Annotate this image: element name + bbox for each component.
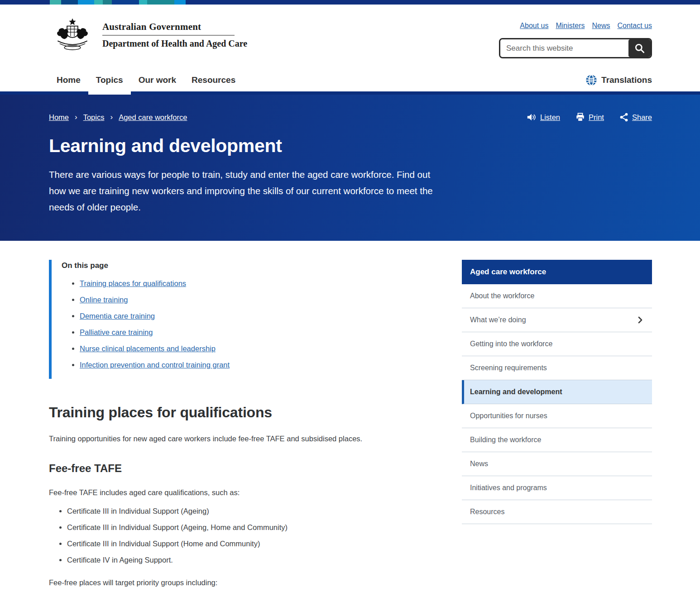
content-column: On this page Training places for qualifi… [49,241,411,592]
on-this-page-item: Dementia care training [80,311,411,321]
sidebar-column: Aged care workforce About the workforce … [462,241,652,524]
sidebar-item[interactable]: Opportunities for nurses [462,404,652,428]
color-segment [112,0,139,5]
on-this-page-link[interactable]: Nurse clinical placements and leadership [80,344,216,353]
site-search [499,38,652,58]
print-action: Print [575,113,604,122]
sidebar-item[interactable]: Screening requirements [462,356,652,380]
sidebar-item-label: Resources [470,508,504,516]
utility-links: About usMinistersNewsContact us [499,22,652,30]
logo-text: Australian Government Department of Heal… [102,21,247,49]
sidebar-items: About the workforce What we’re doing Get… [462,284,652,524]
sidebar-item-label: About the workforce [470,292,534,300]
color-segment [78,0,94,5]
sidebar-item-label: Learning and development [470,388,562,396]
on-this-page-item: Palliative care training [80,327,411,337]
header-utility-link[interactable]: Ministers [556,22,585,30]
header-right: About usMinistersNewsContact us [499,22,652,58]
listen-link[interactable]: Listen [540,113,560,122]
on-this-page-item: Online training [80,295,411,305]
translations-button[interactable]: Translations [585,74,652,91]
color-segment [94,0,103,5]
on-this-page-item: Nurse clinical placements and leadership [80,344,411,353]
logo-line-department: Department of Health and Aged Care [102,38,247,49]
nav-items: Home Topics Our work Resources [49,69,243,91]
coat-of-arms-icon [49,15,96,54]
sidebar-item[interactable]: About the workforce [462,284,652,308]
sidebar-item-label: Initiatives and programs [470,484,547,492]
breadcrumb-item: Home [49,113,69,122]
search-button[interactable] [628,39,651,57]
section-heading-training-places: Training places for qualifications [49,404,411,421]
main-area: On this page Training places for qualifi… [0,241,700,592]
header-utility-link[interactable]: About us [520,22,548,30]
on-this-page-link[interactable]: Training places for qualifications [80,279,186,287]
priority-intro-text: Fee-free places will target priority gro… [49,578,411,588]
header-utility-link[interactable]: News [592,22,610,30]
breadcrumb: HomeTopicsAged care workforce [49,113,187,122]
sidebar-item-label: Opportunities for nurses [470,412,547,420]
sidebar-item[interactable]: Building the workforce [462,428,652,452]
listen-action: Listen [527,113,560,122]
nav-item-topics[interactable]: Topics [88,69,131,91]
search-icon [634,43,646,54]
on-this-page-item: Training places for qualifications [80,278,411,288]
color-segment [61,0,78,5]
share-icon [619,113,628,122]
list-item: Certificate III in Individual Support (H… [67,539,411,549]
color-segment [139,0,147,5]
subheading-fee-free-tafe: Fee-free TAFE [49,462,411,475]
sidebar-item-label: Getting into the workforce [470,340,552,348]
sidebar-title[interactable]: Aged care workforce [462,260,652,284]
logo-line-government: Australian Government [102,21,247,33]
nav-item-our-work[interactable]: Our work [131,69,184,91]
list-item: Certificate IV in Ageing Support. [67,555,411,565]
page-hero: HomeTopicsAged care workforce Listen Pri… [0,95,700,241]
sidebar-item[interactable]: Getting into the workforce [462,332,652,356]
qualifications-list: Certificate III in Individual Support (A… [49,506,411,565]
sidebar-item-label: News [470,460,488,468]
sidebar-item[interactable]: Learning and development [462,380,652,404]
breadcrumb-link[interactable]: Topics [83,113,105,122]
printer-icon [575,113,585,122]
color-segment [147,0,174,5]
on-this-page-link[interactable]: Online training [80,296,128,304]
list-item: Certificate III in Individual Support (A… [67,506,411,516]
color-segment [50,0,61,5]
site-header: Australian Government Department of Heal… [0,5,700,68]
speaker-icon [527,113,537,122]
on-this-page-link[interactable]: Dementia care training [80,312,155,320]
color-segment [174,0,186,5]
sidebar-item[interactable]: What we’re doing [462,308,652,332]
on-this-page-link[interactable]: Infection prevention and control trainin… [80,361,230,369]
sidebar-item[interactable]: News [462,452,652,476]
section-sidebar: Aged care workforce About the workforce … [462,260,652,524]
training-intro-text: Training opportunities for new aged care… [49,434,411,444]
sidebar-item[interactable]: Initiatives and programs [462,476,652,500]
chevron-right-icon [637,316,644,324]
list-item: Certificate III in Individual Support (A… [67,522,411,532]
sidebar-item-label: Screening requirements [470,364,547,372]
logo-divider [102,35,235,36]
header-utility-link[interactable]: Contact us [618,22,652,30]
page-description: There are various ways for people to tra… [49,167,444,215]
on-this-page-item: Infection prevention and control trainin… [80,360,411,370]
sidebar-item-label: What we’re doing [470,316,526,324]
top-color-strip [0,0,700,5]
search-input[interactable] [500,39,628,57]
share-link[interactable]: Share [632,113,652,122]
color-segment [186,0,700,5]
breadcrumb-link[interactable]: Aged care workforce [119,113,187,122]
color-segment [0,0,50,5]
nav-item-home[interactable]: Home [49,69,88,91]
breadcrumb-link[interactable]: Home [49,113,69,122]
page-title: Learning and development [49,135,652,157]
tafe-intro-text: Fee-free TAFE includes aged care qualifi… [49,487,411,498]
sidebar-item[interactable]: Resources [462,500,652,524]
globe-icon [585,74,597,86]
print-link[interactable]: Print [589,113,604,122]
translations-label: Translations [601,75,652,85]
nav-item-resources[interactable]: Resources [184,69,243,91]
share-action: Share [619,113,652,122]
on-this-page-link[interactable]: Palliative care training [80,328,153,336]
